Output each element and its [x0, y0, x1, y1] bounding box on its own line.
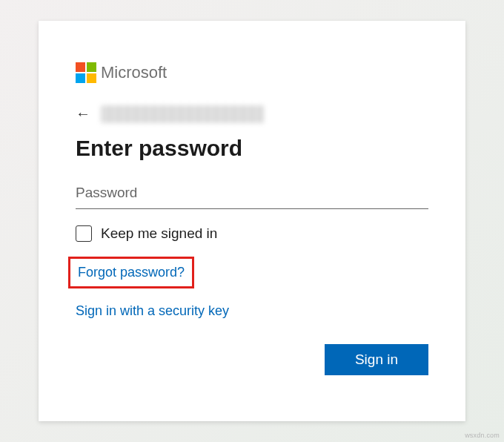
identity-row: ←: [76, 104, 428, 124]
forgot-password-highlight: Forgot password?: [68, 257, 194, 288]
svg-rect-1: [87, 62, 96, 72]
identity-email-redacted[interactable]: [101, 105, 264, 123]
svg-rect-3: [87, 73, 96, 83]
microsoft-logo-icon: [76, 62, 96, 83]
password-input[interactable]: [76, 179, 428, 209]
security-key-link[interactable]: Sign in with a security key: [76, 303, 229, 319]
forgot-password-link[interactable]: Forgot password?: [78, 265, 185, 280]
signin-card: Microsoft ← Enter password Keep me signe…: [39, 21, 465, 421]
security-key-row: Sign in with a security key: [76, 303, 428, 319]
back-arrow-icon[interactable]: ←: [76, 104, 93, 124]
keep-signed-in-label: Keep me signed in: [101, 225, 217, 242]
keep-signed-in-checkbox[interactable]: [76, 225, 92, 242]
svg-rect-2: [76, 73, 85, 83]
page-title: Enter password: [76, 136, 428, 161]
svg-rect-0: [76, 62, 85, 72]
brand-name: Microsoft: [101, 63, 167, 82]
signin-button[interactable]: Sign in: [325, 344, 428, 375]
watermark: wsxdn.com: [465, 432, 500, 439]
button-row: Sign in: [76, 344, 428, 375]
brand-row: Microsoft: [76, 62, 428, 83]
keep-signed-in-row: Keep me signed in: [76, 225, 428, 242]
